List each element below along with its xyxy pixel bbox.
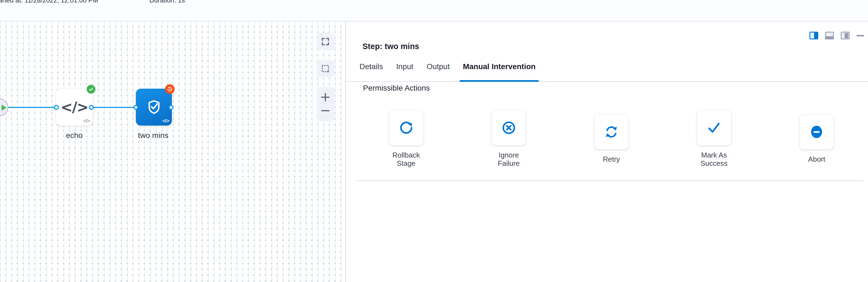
panel-layout-controls <box>809 31 864 40</box>
permissible-actions-title: Permissible Actions <box>363 84 430 92</box>
code-icon: </> <box>61 99 88 115</box>
marquee-select-button[interactable] <box>316 60 335 77</box>
abort-icon <box>809 124 824 140</box>
action-card[interactable] <box>389 110 423 145</box>
pipeline-execution-view: Started at: 11/28/2022, 12:01:00 PM Dura… <box>0 0 868 282</box>
execution-header-strip: Started at: 11/28/2022, 12:01:00 PM Dura… <box>0 0 868 22</box>
timeout-badge-icon <box>165 84 175 94</box>
success-badge-icon <box>87 85 95 94</box>
tab-input[interactable]: Input <box>393 62 417 81</box>
action-label: Abort <box>797 155 836 163</box>
action-retry[interactable]: Retry <box>560 114 662 163</box>
action-mark-as-success[interactable]: Mark As Success <box>663 110 766 167</box>
action-card[interactable] <box>594 114 629 149</box>
minimize-panel-button[interactable] <box>857 35 864 36</box>
step-tabs: Details Input Output Manual Intervention <box>346 62 868 82</box>
started-at-text: Started at: 11/28/2022, 12:01:00 PM <box>0 0 98 4</box>
action-label: Retry <box>592 155 631 163</box>
layout-right-split-button[interactable] <box>809 32 818 39</box>
panel-title: Step: two mins <box>363 42 419 51</box>
shield-check-icon <box>146 98 162 116</box>
rollback-icon <box>399 120 414 136</box>
pipeline-canvas[interactable]: </> </> echo </> two mins <box>0 22 346 282</box>
fullscreen-icon <box>321 37 330 46</box>
action-label: Ignore Failure <box>490 151 528 167</box>
action-rollback-stage[interactable]: Rollback Stage <box>355 110 457 167</box>
step-node-two-mins[interactable]: </> <box>136 89 172 125</box>
action-card[interactable] <box>492 110 526 145</box>
fit-to-screen-button[interactable] <box>316 33 335 50</box>
edge-port[interactable] <box>54 105 59 110</box>
content-divider <box>355 180 864 181</box>
script-type-icon: </> <box>83 118 90 124</box>
zoom-controls <box>316 87 335 121</box>
action-label: Mark As Success <box>695 151 733 167</box>
retry-icon <box>604 124 619 140</box>
tab-details[interactable]: Details <box>356 62 386 81</box>
start-node <box>0 98 8 116</box>
edge-port[interactable] <box>168 105 174 110</box>
tab-manual-intervention[interactable]: Manual Intervention <box>460 62 539 81</box>
step-details-panel: Step: two mins Details Input Output Manu… <box>346 22 868 282</box>
action-card[interactable] <box>800 114 834 149</box>
action-abort[interactable]: Abort <box>766 114 868 163</box>
tab-output[interactable]: Output <box>423 62 453 81</box>
edge-port[interactable] <box>133 105 138 110</box>
action-ignore-failure[interactable]: Ignore Failure <box>457 110 560 167</box>
node-label-two-mins: two mins <box>138 131 168 140</box>
mark-success-icon <box>706 120 722 136</box>
node-label-echo: echo <box>66 131 83 140</box>
action-card[interactable] <box>697 110 731 145</box>
selection-box-icon <box>321 64 330 73</box>
duration-text: Duration: 1s <box>149 0 185 4</box>
ignore-failure-icon <box>501 120 517 136</box>
layout-bottom-split-button[interactable] <box>825 32 834 39</box>
permissible-actions-row: Rollback Stage Ignore Failure <box>355 109 868 169</box>
play-icon <box>2 105 7 111</box>
action-label: Rollback Stage <box>387 151 426 167</box>
zoom-in-button[interactable] <box>321 93 330 101</box>
edge-port[interactable] <box>89 105 94 110</box>
step-node-echo[interactable]: </> </> <box>56 89 93 125</box>
layout-right-drawer-button[interactable] <box>841 32 849 39</box>
zoom-out-button[interactable] <box>321 110 330 111</box>
script-type-icon: </> <box>162 118 169 124</box>
